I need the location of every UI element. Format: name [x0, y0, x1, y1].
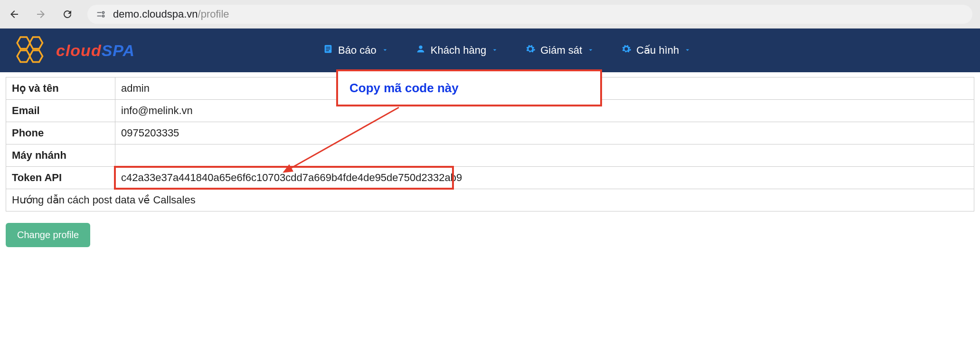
svg-marker-4: [17, 50, 30, 62]
browser-forward-button[interactable]: [34, 8, 47, 21]
app-top-nav: cloudSPA Báo cáo Khách hàng: [0, 29, 980, 72]
nav-item-label: Báo cáo: [338, 44, 377, 57]
row-label: Máy nhánh: [6, 144, 115, 167]
gear-icon: [525, 44, 536, 57]
logo-text: cloudSPA: [56, 41, 135, 60]
change-profile-button[interactable]: Change profile: [6, 223, 90, 247]
svg-point-1: [102, 15, 104, 17]
svg-marker-3: [29, 37, 42, 49]
nav-item-khach-hang[interactable]: Khách hàng: [415, 44, 499, 57]
table-row-token: Token API c42a33e37a441840a65e6f6c10703c…: [6, 167, 974, 189]
svg-point-10: [419, 46, 422, 49]
nav-item-cau-hinh[interactable]: Cấu hình: [621, 44, 691, 57]
gear-icon: [621, 44, 631, 57]
logo[interactable]: cloudSPA: [9, 34, 135, 67]
content-area: Copy mã code này Họ và tên admin Email i…: [0, 72, 980, 261]
row-label: Email: [6, 100, 115, 122]
user-icon: [415, 44, 426, 57]
footer-guide-link[interactable]: Hướng dẫn cách post data về Callsales: [6, 189, 974, 211]
table-row: Máy nhánh: [6, 144, 974, 167]
nav-item-giam-sat[interactable]: Giám sát: [525, 44, 594, 57]
row-label: Token API: [6, 167, 115, 189]
row-value-token[interactable]: c42a33e37a441840a65e6f6c10703cdd7a669b4f…: [115, 167, 974, 189]
row-value: 0975203335: [115, 122, 974, 144]
row-label: Họ và tên: [6, 77, 115, 100]
report-icon: [323, 44, 333, 57]
table-footer-row: Hướng dẫn cách post data về Callsales: [6, 189, 974, 211]
url-text: demo.cloudspa.vn/profile: [113, 8, 229, 20]
browser-address-bar[interactable]: demo.cloudspa.vn/profile: [87, 5, 972, 24]
chevron-down-icon: [587, 44, 594, 57]
chevron-down-icon: [381, 44, 389, 57]
logo-hex-icon: [9, 34, 52, 67]
row-value: [115, 144, 974, 167]
svg-rect-8: [326, 48, 330, 49]
browser-reload-button[interactable]: [61, 8, 74, 21]
row-label: Phone: [6, 122, 115, 144]
reload-icon: [62, 9, 73, 20]
url-host: demo.cloudspa.vn: [113, 8, 198, 20]
arrow-right-icon: [35, 9, 47, 20]
svg-marker-2: [17, 37, 30, 49]
chevron-down-icon: [491, 44, 499, 57]
arrow-left-icon: [9, 9, 20, 20]
nav-item-label: Cấu hình: [636, 44, 679, 57]
nav-item-label: Giám sát: [540, 44, 582, 57]
chevron-down-icon: [684, 44, 691, 57]
nav-menu: Báo cáo Khách hàng Giám sát: [323, 29, 691, 72]
annotation-callout: Copy mã code này: [336, 69, 602, 106]
svg-rect-9: [326, 50, 329, 51]
svg-marker-5: [29, 50, 42, 62]
svg-rect-7: [326, 47, 330, 48]
site-settings-icon[interactable]: [95, 9, 106, 20]
url-path: /profile: [198, 8, 229, 20]
table-row: Phone 0975203335: [6, 122, 974, 144]
browser-back-button[interactable]: [8, 8, 21, 21]
nav-item-label: Khách hàng: [431, 44, 486, 57]
nav-item-bao-cao[interactable]: Báo cáo: [323, 44, 389, 57]
browser-chrome-bar: demo.cloudspa.vn/profile: [0, 0, 980, 29]
annotation-callout-text: Copy mã code này: [349, 81, 459, 96]
svg-point-0: [102, 11, 104, 13]
